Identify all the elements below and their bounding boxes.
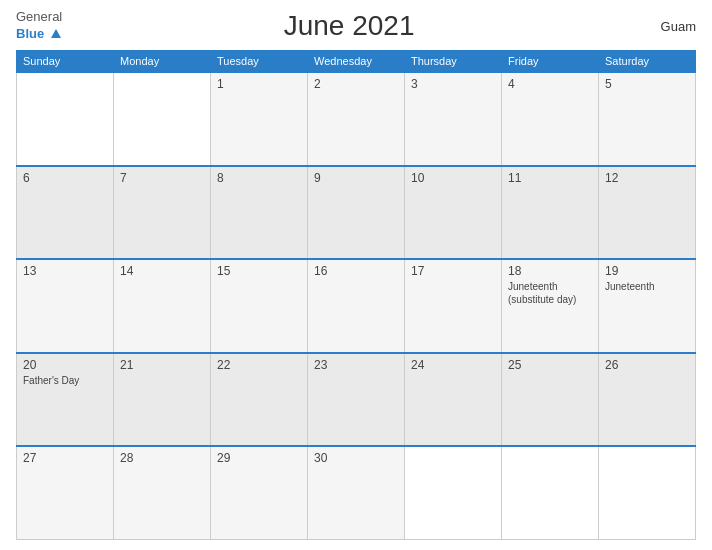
calendar-header: General Blue June 2021 Guam [16,10,696,42]
day-number: 1 [217,77,301,91]
day-number: 9 [314,171,398,185]
table-row: 5 [599,72,696,166]
day-number: 18 [508,264,592,278]
col-sunday: Sunday [17,51,114,73]
table-row: 16 [308,259,405,353]
table-row: 23 [308,353,405,447]
calendar-table: Sunday Monday Tuesday Wednesday Thursday… [16,50,696,540]
table-row: 7 [114,166,211,260]
table-row: 19Juneteenth [599,259,696,353]
table-row: 29 [211,446,308,540]
day-number: 26 [605,358,689,372]
holiday-label: Father's Day [23,374,107,387]
table-row [114,72,211,166]
day-number: 28 [120,451,204,465]
day-number: 3 [411,77,495,91]
calendar-body: 123456789101112131415161718Juneteenth (s… [17,72,696,540]
day-number: 12 [605,171,689,185]
table-row: 25 [502,353,599,447]
calendar-header-row: Sunday Monday Tuesday Wednesday Thursday… [17,51,696,73]
day-number: 2 [314,77,398,91]
table-row: 22 [211,353,308,447]
day-number: 13 [23,264,107,278]
table-row: 30 [308,446,405,540]
region-label: Guam [636,19,696,34]
day-number: 22 [217,358,301,372]
logo-triangle-icon [51,29,61,38]
table-row [17,72,114,166]
calendar-page: General Blue June 2021 Guam Sunday Monda… [0,0,712,550]
table-row: 14 [114,259,211,353]
table-row: 20Father's Day [17,353,114,447]
table-row: 1 [211,72,308,166]
day-number: 15 [217,264,301,278]
table-row: 6 [17,166,114,260]
table-row: 17 [405,259,502,353]
table-row: 12 [599,166,696,260]
table-row: 24 [405,353,502,447]
logo: General Blue [16,10,62,42]
col-saturday: Saturday [599,51,696,73]
day-number: 6 [23,171,107,185]
day-number: 29 [217,451,301,465]
table-row: 18Juneteenth (substitute day) [502,259,599,353]
table-row: 4 [502,72,599,166]
day-number: 30 [314,451,398,465]
table-row: 15 [211,259,308,353]
table-row: 21 [114,353,211,447]
table-row: 3 [405,72,502,166]
day-number: 21 [120,358,204,372]
table-row: 10 [405,166,502,260]
table-row: 27 [17,446,114,540]
day-number: 19 [605,264,689,278]
col-friday: Friday [502,51,599,73]
day-number: 27 [23,451,107,465]
table-row [599,446,696,540]
day-number: 24 [411,358,495,372]
day-number: 5 [605,77,689,91]
holiday-label: Juneteenth (substitute day) [508,280,592,306]
day-number: 11 [508,171,592,185]
holiday-label: Juneteenth [605,280,689,293]
day-number: 4 [508,77,592,91]
table-row: 9 [308,166,405,260]
table-row: 11 [502,166,599,260]
table-row: 13 [17,259,114,353]
day-number: 7 [120,171,204,185]
day-number: 8 [217,171,301,185]
table-row [405,446,502,540]
calendar-title: June 2021 [62,10,636,42]
day-number: 25 [508,358,592,372]
table-row: 8 [211,166,308,260]
day-number: 10 [411,171,495,185]
day-number: 23 [314,358,398,372]
day-number: 17 [411,264,495,278]
logo-general-text: General [16,10,62,24]
col-tuesday: Tuesday [211,51,308,73]
day-number: 20 [23,358,107,372]
col-wednesday: Wednesday [308,51,405,73]
table-row: 2 [308,72,405,166]
table-row: 28 [114,446,211,540]
day-number: 14 [120,264,204,278]
logo-blue-text: Blue [16,24,62,42]
table-row: 26 [599,353,696,447]
day-number: 16 [314,264,398,278]
col-monday: Monday [114,51,211,73]
col-thursday: Thursday [405,51,502,73]
table-row [502,446,599,540]
